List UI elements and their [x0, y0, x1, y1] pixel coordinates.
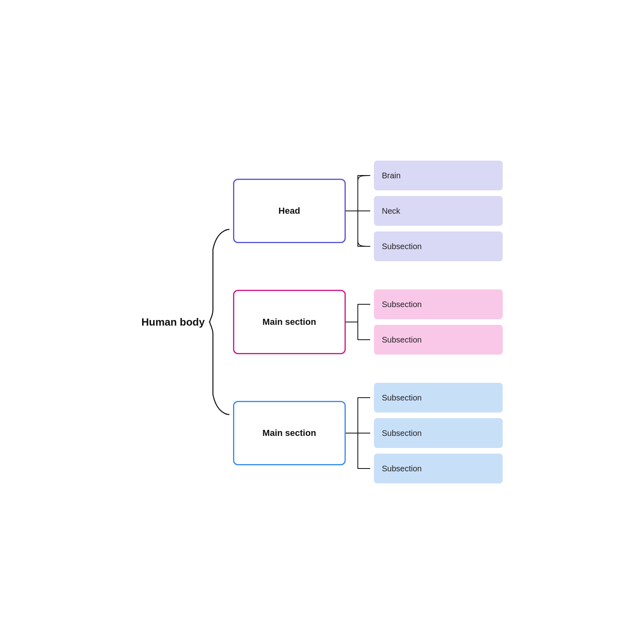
sections-column: Head Brain Neck Subs — [233, 161, 503, 483]
subsection-main1-2[interactable]: Subsection — [374, 325, 503, 355]
subsections-main1: Subsection Subsection — [374, 289, 503, 355]
section-group-main2: Main section Subsection Subsection Subse… — [233, 383, 503, 483]
subsection-main1-1[interactable]: Subsection — [374, 289, 503, 319]
section-box-head[interactable]: Head — [233, 179, 346, 243]
section-box-main2[interactable]: Main section — [233, 401, 346, 465]
section-box-main1[interactable]: Main section — [233, 290, 346, 354]
diagram: Human body Head — [141, 161, 502, 483]
subsection-brain[interactable]: Brain — [374, 161, 503, 190]
section-group-main1: Main section Subsection Subsection — [233, 289, 503, 355]
subsection-main2-3[interactable]: Subsection — [374, 454, 503, 483]
subsections-main2: Subsection Subsection Subsection — [374, 383, 503, 483]
root-label: Human body — [141, 316, 204, 328]
connector-head — [346, 161, 374, 261]
subsection-main2-2[interactable]: Subsection — [374, 418, 503, 448]
connector-main2 — [346, 383, 374, 483]
subsection-main2-1[interactable]: Subsection — [374, 383, 503, 413]
left-part: Human body — [141, 197, 233, 447]
subsections-head: Brain Neck Subsection — [374, 161, 503, 261]
subsection-head-3[interactable]: Subsection — [374, 231, 503, 261]
section-group-head: Head Brain Neck Subs — [233, 161, 503, 261]
subsection-neck[interactable]: Neck — [374, 196, 503, 226]
connector-main1 — [346, 289, 374, 355]
root-brace-svg — [209, 197, 233, 447]
